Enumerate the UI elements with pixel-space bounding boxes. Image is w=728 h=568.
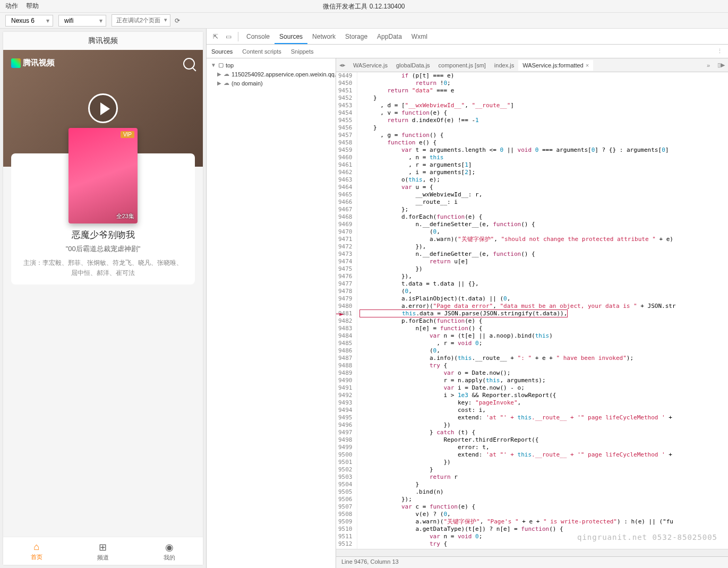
- file-tab[interactable]: globalData.js: [392, 60, 434, 71]
- menu-action[interactable]: 动作: [5, 2, 18, 11]
- devtools-tab-wxml[interactable]: Wxml: [407, 30, 432, 43]
- file-tree: ▼▢top ▶☁1150254092.appservice.open.weixi…: [207, 58, 336, 568]
- tab-home[interactable]: ⌂首页: [3, 537, 70, 565]
- h-scrollbar[interactable]: [336, 549, 728, 556]
- menu-help[interactable]: 帮助: [26, 2, 39, 11]
- episode-badge: 全23集: [116, 212, 134, 220]
- show-title: 恶魔少爷别吻我: [18, 229, 189, 241]
- poster-image[interactable]: VIP 全23集: [68, 128, 138, 223]
- tabs-more-icon[interactable]: »: [703, 62, 714, 68]
- phone-preview: 腾讯视频 腾讯视频 VIP 全23集 恶魔少爷别吻我 "00后霸道总裁宠虐神剧"…: [3, 32, 203, 565]
- refresh-icon[interactable]: ⟳: [175, 17, 180, 24]
- brand-logo: 腾讯视频: [11, 58, 55, 68]
- devtools-tab-appdata[interactable]: AppData: [372, 30, 407, 43]
- tab-mine[interactable]: ◉我的: [136, 537, 203, 565]
- src-tab-sources[interactable]: Sources: [207, 46, 237, 57]
- close-icon[interactable]: ×: [586, 62, 589, 68]
- file-tab[interactable]: WAService.js:formatted×: [518, 60, 593, 71]
- search-icon[interactable]: [183, 58, 195, 70]
- network-select[interactable]: wifi: [58, 15, 106, 27]
- file-tab[interactable]: WAService.js: [349, 60, 392, 71]
- devtools-tab-console[interactable]: Console: [242, 30, 275, 43]
- nav-back-icon[interactable]: ◂▸: [336, 62, 349, 68]
- devtools-tab-network[interactable]: Network: [307, 30, 340, 43]
- tab-channel[interactable]: ⊞频道: [70, 537, 136, 565]
- show-cast: 主演：李宏毅、邢菲、张炯敏、符龙飞、晓凡、张晓唯、屈中恒、郝洋、崔可法: [18, 258, 189, 278]
- vip-badge: VIP: [121, 131, 134, 138]
- pause-icon[interactable]: ▯▶: [714, 62, 728, 68]
- grid-icon: ⊞: [70, 541, 136, 553]
- devtools-tab-sources[interactable]: Sources: [275, 30, 307, 44]
- phone-titlebar: 腾讯视频: [3, 32, 203, 50]
- show-subtitle: "00后霸道总裁宠虐神剧": [18, 244, 189, 254]
- more-icon[interactable]: ⋮: [712, 48, 728, 55]
- window-title: 微信开发者工具 0.12.130400: [323, 2, 405, 11]
- tree-top[interactable]: ▼▢top: [207, 61, 336, 70]
- watermark: qingruanit.net 0532-85025005: [577, 533, 717, 541]
- debug-status[interactable]: 正在调试2个页面: [112, 14, 170, 27]
- show-card[interactable]: VIP 全23集 恶魔少爷别吻我 "00后霸道总裁宠虐神剧" 主演：李宏毅、邢菲…: [11, 153, 195, 285]
- tabbar: ⌂首页 ⊞频道 ◉我的: [3, 537, 203, 565]
- home-icon: ⌂: [3, 541, 70, 553]
- file-tab[interactable]: index.js: [490, 60, 518, 71]
- file-tab[interactable]: component.js [sm]: [434, 60, 490, 71]
- tree-domain-2[interactable]: ▶☁(no domain): [207, 79, 336, 88]
- code-editor[interactable]: 9449945094519452945394549455945694579458…: [336, 72, 728, 549]
- devtools-tab-storage[interactable]: Storage: [340, 30, 372, 43]
- device-icon[interactable]: ▭: [222, 31, 235, 42]
- tree-domain-1[interactable]: ▶☁1150254092.appservice.open.weixin.qq.c…: [207, 70, 336, 79]
- status-bar: Line 9476, Column 13: [336, 556, 728, 568]
- inspect-icon[interactable]: ⇱: [210, 31, 221, 42]
- person-icon: ◉: [136, 541, 203, 553]
- src-tab-content-scripts[interactable]: Content scripts: [237, 46, 286, 57]
- device-select[interactable]: Nexus 6: [5, 15, 53, 27]
- play-icon[interactable]: [88, 93, 118, 123]
- src-tab-snippets[interactable]: Snippets: [286, 46, 319, 57]
